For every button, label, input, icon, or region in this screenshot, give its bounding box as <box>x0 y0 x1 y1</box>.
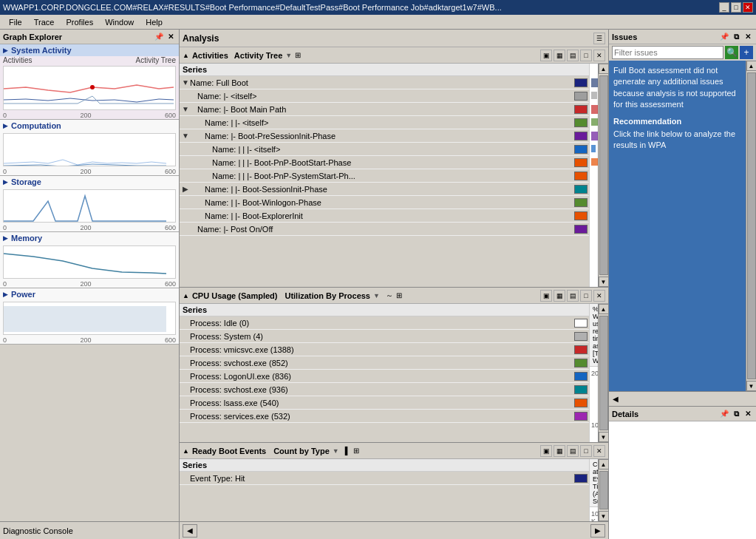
process-logonui-row[interactable]: Process: LogonUI.exe (836) <box>180 370 589 383</box>
pane-maximize-btn[interactable]: □ <box>580 50 592 61</box>
issues-scroll-down[interactable]: ▼ <box>746 381 757 391</box>
boot-chart-panel: Counts at Event Time (Aggregation: Sum) … <box>590 459 598 521</box>
filter-search-btn[interactable]: 🔍 <box>725 46 738 59</box>
series-row-pnp-sysstart[interactable]: Name: | | |- Boot-PnP-SystemStart-Ph... <box>180 169 589 183</box>
expand-full-boot[interactable]: ▼ <box>181 78 190 87</box>
boot-layout-2-btn[interactable]: ▦ <box>554 445 565 457</box>
maximize-button[interactable]: □ <box>731 2 741 13</box>
series-row-pnp-bootstart[interactable]: Name: | | |- Boot-PnP-BootStart-Phase <box>180 156 589 169</box>
details-float-icon[interactable]: ⧉ <box>731 409 741 419</box>
details-close-icon[interactable]: ✕ <box>743 409 753 419</box>
menu-file[interactable]: File <box>3 17 28 27</box>
boot-scrollbar[interactable]: ▲ ▼ <box>598 459 608 521</box>
boot-scroll-thumb[interactable] <box>599 471 608 509</box>
cpu-layout-2-btn[interactable]: ▦ <box>554 290 565 302</box>
scroll-up-btn[interactable]: ▲ <box>599 64 609 74</box>
boot-grid-icon[interactable]: ⊞ <box>353 447 359 455</box>
cpu-maximize-btn[interactable]: □ <box>580 290 592 302</box>
pane-close-btn[interactable]: ✕ <box>593 50 605 61</box>
issues-scrollbar[interactable]: ▲ ▼ <box>746 61 756 391</box>
series-row-full-boot[interactable]: ▼ Name: Full Boot <box>180 76 589 89</box>
issues-float-icon[interactable]: ⧉ <box>731 32 741 42</box>
boot-scroll-up[interactable]: ▲ <box>599 459 609 469</box>
expand-boot-main[interactable]: ▼ <box>181 105 190 113</box>
cpu-scrollbar[interactable]: ▲ ▼ <box>598 304 608 442</box>
boot-layout-1-btn[interactable]: ▣ <box>540 445 552 457</box>
filter-issues-input[interactable] <box>612 46 723 59</box>
diagnostic-console-bar[interactable]: Diagnostic Console <box>0 521 179 539</box>
scroll-down-btn[interactable]: ▼ <box>599 277 609 287</box>
minimize-button[interactable]: _ <box>719 2 729 13</box>
menu-trace[interactable]: Trace <box>28 17 61 27</box>
cpu-scroll-up[interactable]: ▲ <box>599 304 609 314</box>
pane-layout-2-btn[interactable]: ▦ <box>554 50 565 61</box>
process-svchost936-color <box>574 385 588 394</box>
issues-pin-icon[interactable]: 📌 <box>719 32 729 42</box>
process-svchost936-row[interactable]: Process: svchost.exe (936) <box>180 383 589 396</box>
process-system-row[interactable]: Process: System (4) <box>180 330 589 343</box>
system-activity-header[interactable]: ▶ System Activity <box>0 44 179 56</box>
series-row-itself-3[interactable]: Name: | | |- <itself> <box>180 143 589 156</box>
computation-header[interactable]: ▶ Computation <box>0 120 179 132</box>
issues-scroll-up[interactable]: ▲ <box>746 61 757 71</box>
series-row-itself-1[interactable]: Name: |- <itself> <box>180 89 589 103</box>
power-header[interactable]: ▶ Power <box>0 288 179 300</box>
details-pin-icon[interactable]: 📌 <box>719 409 729 419</box>
boot-bar-icon[interactable]: ▌ <box>345 447 350 455</box>
series-row-presession[interactable]: ▼ Name: |- Boot-PreSessionInit-Phase <box>180 129 589 143</box>
event-hit-label: Event Type: Hit <box>190 474 573 483</box>
memory-header[interactable]: ▶ Memory <box>0 232 179 244</box>
boot-nav-right[interactable]: ▶ <box>590 524 605 538</box>
boot-nav-left[interactable]: ◀ <box>183 524 197 538</box>
menu-help[interactable]: Help <box>140 17 168 27</box>
series-row-sessioninit[interactable]: ▶ Name: | |- Boot-SessionInit-Phase <box>180 183 589 196</box>
process-idle-row[interactable]: Process: Idle (0) <box>180 316 589 330</box>
boot-maximize-btn[interactable]: □ <box>580 445 592 457</box>
boot-close-btn[interactable]: ✕ <box>593 445 605 457</box>
series-row-winlogon[interactable]: Name: | |- Boot-Winlogon-Phase <box>180 196 589 209</box>
expand-presession[interactable]: ▼ <box>181 132 190 140</box>
pane-layout-1-btn[interactable]: ▣ <box>540 50 552 61</box>
series-row-boot-main[interactable]: ▼ Name: |- Boot Main Path <box>180 103 589 116</box>
cpu-close-btn[interactable]: ✕ <box>593 290 605 302</box>
boot-layout-3-btn[interactable]: ▤ <box>567 445 579 457</box>
close-button[interactable]: ✕ <box>743 2 753 13</box>
cpu-dropdown-icon[interactable]: ▼ <box>373 292 380 299</box>
process-vmicsvc-row[interactable]: Process: vmicsvc.exe (1388) <box>180 343 589 356</box>
cpu-grid-icon[interactable]: ⊞ <box>396 291 402 299</box>
event-hit-row[interactable]: Event Type: Hit <box>180 472 589 485</box>
expand-sessioninit[interactable]: ▶ <box>181 185 190 193</box>
issues-close-icon[interactable]: ✕ <box>743 32 753 42</box>
issues-scroll-thumb[interactable] <box>747 72 756 379</box>
scroll-thumb[interactable] <box>599 75 608 275</box>
activity-tree-dropdown-icon[interactable]: ▼ <box>285 52 292 59</box>
analysis-menu-btn[interactable]: ☰ <box>593 33 605 44</box>
storage-header[interactable]: ▶ Storage <box>0 176 179 188</box>
series-row-itself-2[interactable]: Name: | |- <itself> <box>180 116 589 129</box>
activity-grid-icon[interactable]: ⊞ <box>295 51 301 59</box>
cpu-scroll-thumb[interactable] <box>599 316 608 430</box>
menu-window[interactable]: Window <box>99 17 140 27</box>
filter-add-btn[interactable]: + <box>740 46 753 59</box>
boot-scroll-down[interactable]: ▼ <box>599 511 609 521</box>
cpu-layout-1-btn[interactable]: ▣ <box>540 290 552 302</box>
expand-post-onoff <box>181 225 190 233</box>
menu-profiles[interactable]: Profiles <box>60 17 99 27</box>
process-svchost852-row[interactable]: Process: svchost.exe (852) <box>180 356 589 370</box>
activity-scrollbar[interactable]: ▲ ▼ <box>598 64 608 287</box>
activity-tree-label: Activity Tree <box>234 51 282 60</box>
series-row-post-onoff[interactable]: Name: |- Post On/Off <box>180 223 589 236</box>
cpu-layout-3-btn[interactable]: ▤ <box>567 290 579 302</box>
process-services-row[interactable]: Process: services.exe (532) <box>180 410 589 423</box>
close-panel-icon[interactable]: ✕ <box>166 32 176 42</box>
cpu-scroll-down[interactable]: ▼ <box>599 432 609 442</box>
pin-icon[interactable]: 📌 <box>154 32 164 42</box>
storage-section: ▶ Storage 0200600 <box>0 176 179 232</box>
process-lsass-row[interactable]: Process: lsass.exe (540) <box>180 396 589 410</box>
series-row-explorerinit[interactable]: Name: | |- Boot-ExplorerInit <box>180 209 589 223</box>
issues-nav-left[interactable]: ◀ <box>610 394 621 404</box>
pane-layout-3-btn[interactable]: ▤ <box>567 50 579 61</box>
cpu-spark-icon[interactable]: ～ <box>386 291 393 301</box>
boot-dropdown-icon[interactable]: ▼ <box>333 447 339 455</box>
activities-col-label: Activities <box>3 56 32 64</box>
